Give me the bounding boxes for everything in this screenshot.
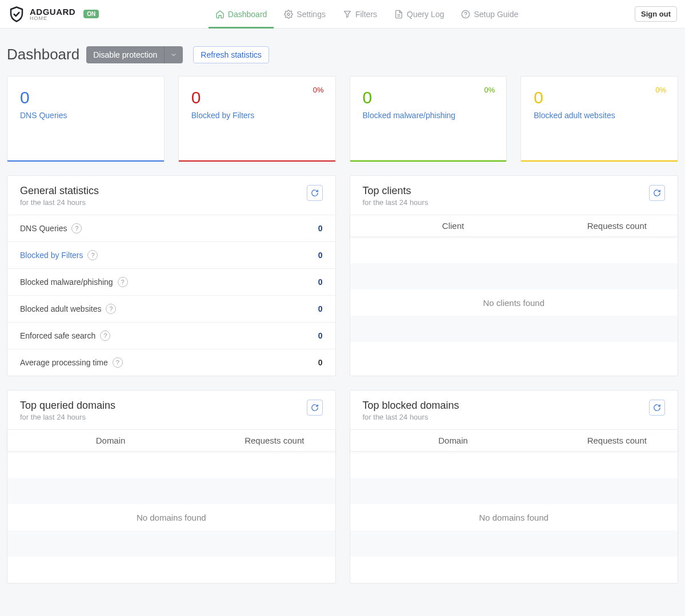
stat-row-label: DNS Queries: [20, 224, 67, 233]
refresh-statistics-button[interactable]: Refresh statistics: [193, 46, 269, 63]
stat-row-value: 0: [318, 358, 323, 367]
stat-label-link[interactable]: DNS Queries: [20, 111, 151, 120]
help-icon[interactable]: ?: [87, 250, 98, 260]
stat-cards-row: 0 DNS Queries 0% 0 Blocked by Filters 0%…: [7, 76, 678, 162]
refresh-icon: [653, 404, 661, 412]
refresh-card-button[interactable]: [649, 400, 665, 416]
stat-value: 0: [191, 88, 323, 107]
refresh-card-button[interactable]: [307, 185, 323, 201]
nav-item-label: Setup Guide: [474, 10, 518, 19]
card-title: General statistics: [20, 185, 99, 197]
stat-card-dns-queries: 0 DNS Queries: [7, 76, 165, 162]
table-body: No domains found: [7, 452, 335, 583]
shield-check-icon: [8, 6, 25, 23]
help-icon[interactable]: ?: [71, 223, 82, 233]
stat-row-safe-search: Enforced safe search? 0: [7, 323, 335, 349]
stat-row-value: 0: [318, 251, 323, 260]
table-row: [7, 478, 335, 504]
card-subtitle: for the last 24 hours: [20, 198, 99, 207]
column-header-requests: Requests count: [214, 430, 335, 451]
svg-point-0: [287, 13, 290, 15]
nav-item-label: Dashboard: [228, 10, 267, 19]
column-header-requests: Requests count: [556, 430, 678, 451]
refresh-icon: [311, 404, 319, 412]
refresh-card-button[interactable]: [649, 185, 665, 201]
page-title: Dashboard: [7, 46, 79, 63]
chevron-down-icon: [170, 51, 177, 58]
refresh-card-button[interactable]: [307, 400, 323, 416]
table-row: [7, 530, 335, 557]
table-row: [350, 557, 678, 583]
help-icon[interactable]: ?: [113, 357, 123, 368]
nav-settings[interactable]: Settings: [277, 0, 333, 28]
table-body: No clients found: [350, 237, 678, 368]
main-nav: Dashboard Settings Filters Query Log Set…: [209, 0, 525, 28]
nav-setup-guide[interactable]: Setup Guide: [454, 0, 525, 28]
table-row: [7, 557, 335, 583]
column-header-client: Client: [350, 215, 556, 236]
top-blocked-domains-card: Top blocked domains for the last 24 hour…: [350, 390, 679, 583]
stat-label-link[interactable]: Blocked adult websites: [534, 111, 665, 120]
column-header-domain: Domain: [7, 430, 214, 451]
logo[interactable]: ADGUARD HOME ON: [8, 6, 99, 23]
stat-row-label: Blocked adult websites: [20, 304, 101, 313]
stat-percent: 0%: [655, 86, 666, 94]
status-on-badge: ON: [83, 10, 99, 18]
stat-value: 0: [363, 88, 494, 107]
card-subtitle: for the last 24 hours: [363, 198, 428, 207]
stat-row-dns-queries: DNS Queries? 0: [7, 215, 335, 242]
help-icon[interactable]: ?: [118, 277, 128, 287]
stat-label-link[interactable]: Blocked by Filters: [191, 111, 323, 120]
protection-toggle-group: Disable protection: [86, 46, 183, 63]
help-icon[interactable]: ?: [106, 304, 116, 314]
stat-card-blocked-filters: 0% 0 Blocked by Filters: [178, 76, 336, 162]
refresh-icon: [653, 189, 661, 197]
top-header: ADGUARD HOME ON Dashboard Settings Filte…: [0, 0, 685, 29]
stat-card-blocked-adult: 0% 0 Blocked adult websites: [520, 76, 678, 162]
stat-value: 0: [20, 88, 151, 107]
stat-row-value: 0: [318, 331, 323, 340]
nav-dashboard[interactable]: Dashboard: [209, 0, 274, 28]
stat-row-value: 0: [318, 277, 323, 287]
disable-protection-dropdown-button[interactable]: [164, 46, 183, 63]
table-row: [350, 237, 678, 263]
empty-state-text: No domains found: [137, 513, 206, 522]
table-row: [350, 478, 678, 504]
refresh-icon: [311, 189, 319, 197]
help-icon[interactable]: ?: [100, 331, 110, 341]
card-subtitle: for the last 24 hours: [20, 413, 115, 421]
empty-state-text: No clients found: [483, 298, 544, 308]
card-title: Top queried domains: [20, 400, 115, 412]
stat-row-avg-time: Average processing time? 0: [7, 349, 335, 376]
help-circle-icon: [461, 10, 470, 19]
empty-state-text: No domains found: [479, 513, 548, 522]
nav-filters[interactable]: Filters: [336, 0, 384, 28]
home-icon: [215, 10, 225, 19]
card-title: Top blocked domains: [363, 400, 459, 412]
brand-sub: HOME: [30, 16, 75, 21]
stat-card-blocked-malware: 0% 0 Blocked malware/phishing: [350, 76, 507, 162]
signout-button[interactable]: Sign out: [635, 6, 677, 22]
stat-row-label-link[interactable]: Blocked by Filters: [20, 251, 83, 260]
card-subtitle: for the last 24 hours: [363, 413, 459, 421]
brand-text: ADGUARD HOME: [30, 7, 75, 21]
table-row: [350, 316, 678, 342]
table-header: Domain Requests count: [7, 430, 335, 452]
table-row: [350, 452, 678, 478]
nav-query-log[interactable]: Query Log: [387, 0, 451, 28]
stat-row-label: Enforced safe search: [20, 331, 95, 340]
table-row: [350, 342, 678, 368]
table-header: Domain Requests count: [350, 430, 678, 452]
file-text-icon: [394, 10, 403, 19]
stat-label-link[interactable]: Blocked malware/phishing: [363, 111, 494, 120]
disable-protection-button[interactable]: Disable protection: [86, 46, 164, 63]
stat-row-blocked-filters: Blocked by Filters? 0: [7, 242, 335, 269]
stat-row-value: 0: [318, 224, 323, 233]
general-statistics-card: General statistics for the last 24 hours…: [7, 175, 336, 376]
column-header-requests: Requests count: [556, 215, 678, 236]
funnel-icon: [343, 10, 352, 19]
stat-row-label: Average processing time: [20, 358, 108, 367]
stat-row-value: 0: [318, 304, 323, 313]
top-queried-domains-card: Top queried domains for the last 24 hour…: [7, 390, 336, 583]
table-row: [7, 452, 335, 478]
